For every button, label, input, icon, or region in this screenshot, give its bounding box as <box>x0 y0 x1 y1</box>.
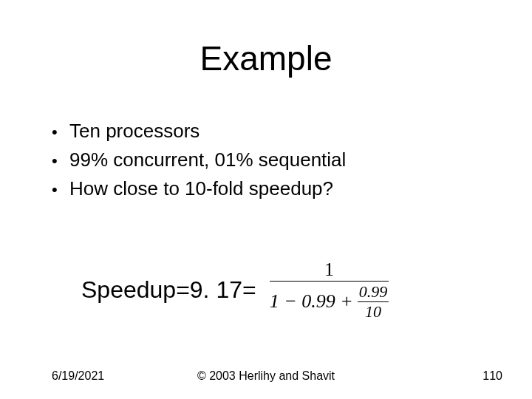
bullet-text: How close to 10-fold speedup? <box>69 176 333 202</box>
slide-title: Example <box>0 38 532 78</box>
bullet-dot-icon: • <box>52 150 69 172</box>
formula-denominator: 1 − 0.99 + 0.99 10 <box>270 282 389 319</box>
slide: Example • Ten processors • 99% concurren… <box>0 0 532 399</box>
list-item: • 99% concurrent, 01% sequential <box>52 147 346 173</box>
formula-numerator: 1 <box>321 260 337 281</box>
list-item: • Ten processors <box>52 118 346 144</box>
result-prefix: Speedup=9. 17= <box>81 276 256 304</box>
bullet-text: Ten processors <box>69 118 200 144</box>
inner-denominator: 10 <box>365 302 381 320</box>
list-item: • How close to 10-fold speedup? <box>52 176 346 202</box>
inner-numerator: 0.99 <box>358 284 389 301</box>
result-line: Speedup=9. 17= 1 1 − 0.99 + 0.99 10 <box>81 260 389 320</box>
bullet-dot-icon: • <box>52 179 69 201</box>
bullet-dot-icon: • <box>52 121 69 143</box>
inner-fraction: 0.99 10 <box>358 284 389 319</box>
footer-page-number: 110 <box>482 369 502 383</box>
bullet-list: • Ten processors • 99% concurrent, 01% s… <box>52 118 346 205</box>
formula: 1 1 − 0.99 + 0.99 10 <box>270 260 389 320</box>
bullet-text: 99% concurrent, 01% sequential <box>69 147 346 173</box>
den-left: 1 − 0.99 + <box>270 292 353 311</box>
footer-copyright: © 2003 Herlihy and Shavit <box>0 369 532 383</box>
